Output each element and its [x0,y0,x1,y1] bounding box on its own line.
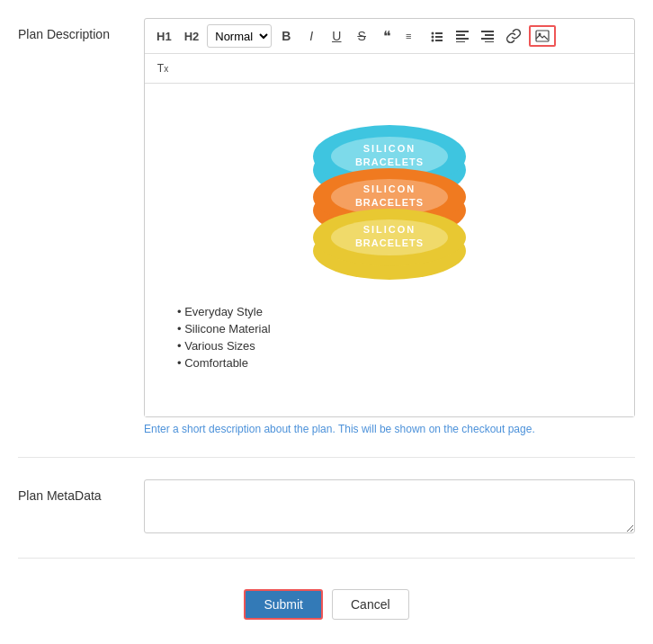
form-buttons: Submit Cancel [18,580,635,620]
cancel-button[interactable]: Cancel [332,589,409,620]
toolbar-row2: Tx [145,54,634,84]
ordered-list-button[interactable]: ≡ [401,25,423,47]
svg-text:SILICON: SILICON [363,224,416,235]
submit-button[interactable]: Submit [244,589,323,620]
align-left-button[interactable] [452,25,473,47]
feature-item: Various Sizes [177,339,620,353]
svg-rect-10 [456,41,465,42]
plan-metadata-row: Plan MetaData [18,479,635,559]
svg-rect-11 [481,31,494,32]
svg-text:BRACELETS: BRACELETS [355,197,424,208]
format-select[interactable]: Normal [207,24,272,48]
editor-body[interactable]: SILICON BRACELETS SILICON BRACELETS [145,84,634,416]
h2-button[interactable]: H2 [180,25,204,47]
underline-button[interactable]: U [326,25,347,47]
italic-button[interactable]: I [300,25,322,47]
plan-metadata-input[interactable] [144,479,635,533]
plan-description-content: H1 H2 Normal B I U S ❝ ≡ [144,18,635,435]
feature-item: Everyday Style [177,305,620,318]
svg-text:SILICON: SILICON [363,143,416,154]
svg-rect-12 [485,34,494,36]
svg-rect-6 [435,40,443,41]
svg-rect-13 [481,38,494,40]
svg-rect-4 [435,36,443,38]
help-text: Enter a short description about the plan… [144,423,635,435]
help-text-after: . This will be shown on the checkout pag… [332,423,534,435]
feature-item: Silicone Material [177,322,620,335]
svg-point-3 [432,36,434,39]
svg-point-1 [432,32,434,35]
help-text-before: Enter a short description about the [144,423,312,435]
clear-format-button[interactable]: Tx [152,58,174,79]
bold-button[interactable]: B [275,25,297,47]
svg-text:≡: ≡ [406,31,411,41]
rich-text-editor: H1 H2 Normal B I U S ❝ ≡ [144,18,635,417]
feature-item: Comfortable [177,356,620,370]
align-right-button[interactable] [477,25,498,47]
svg-text:BRACELETS: BRACELETS [355,237,424,248]
bracelets-image: SILICON BRACELETS SILICON BRACELETS [159,107,620,287]
plan-metadata-content [144,479,635,536]
feature-list: Everyday Style Silicone Material Various… [159,305,620,370]
form-container: Plan Description H1 H2 Normal B I U S ❝ [18,18,635,620]
plan-description-label: Plan Description [18,18,144,41]
plan-description-row: Plan Description H1 H2 Normal B I U S ❝ [18,18,635,458]
link-button[interactable] [502,25,525,47]
blockquote-button[interactable]: ❝ [376,25,398,47]
svg-text:BRACELETS: BRACELETS [355,157,424,167]
unordered-list-button[interactable] [426,25,448,47]
svg-rect-15 [536,31,549,41]
svg-rect-8 [456,34,465,36]
help-text-link: plan [312,423,333,435]
image-button[interactable] [529,25,556,47]
svg-rect-7 [456,31,469,32]
svg-point-5 [432,40,434,42]
svg-rect-2 [435,32,443,34]
svg-rect-14 [485,41,494,42]
strikethrough-button[interactable]: S [351,25,372,47]
plan-metadata-label: Plan MetaData [18,479,144,503]
toolbar-row1: H1 H2 Normal B I U S ❝ ≡ [145,19,634,54]
svg-text:SILICON: SILICON [363,183,416,194]
svg-rect-9 [456,38,469,40]
h1-button[interactable]: H1 [152,25,176,47]
